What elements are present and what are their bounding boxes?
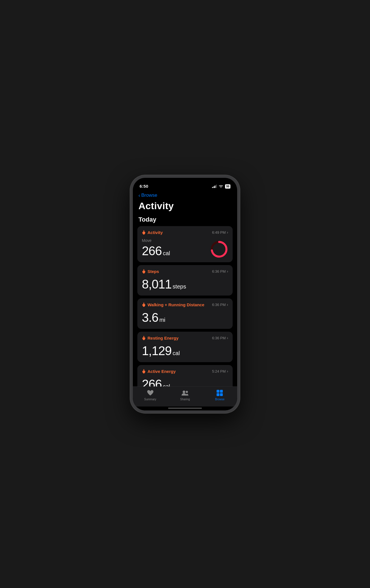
activity-title-row: Activity (142, 230, 163, 235)
walking-running-card[interactable]: Walking + Running Distance 6:36 PM › 3.6… (137, 298, 233, 329)
home-indicator (168, 408, 202, 409)
battery-icon: 99 (225, 184, 230, 189)
phone-screen: 6:50 99 (133, 178, 237, 410)
walking-running-timestamp: 6:36 PM (212, 303, 226, 307)
section-header: Today (133, 216, 237, 226)
resting-energy-header: Resting Energy 6:36 PM › (142, 336, 228, 340)
activity-sublabel: Move (142, 238, 170, 243)
active-energy-card-title: Active Energy (147, 369, 176, 374)
grid-icon (216, 389, 224, 397)
svg-rect-4 (217, 390, 219, 393)
active-energy-card-meta: 5:24 PM › (212, 369, 228, 373)
battery-level: 99 (226, 185, 229, 188)
active-energy-header: Active Energy 5:24 PM › (142, 369, 228, 374)
svg-rect-6 (217, 393, 219, 396)
flame-icon-walking (142, 302, 146, 307)
tab-sharing-label: Sharing (180, 398, 190, 401)
steps-chevron-icon: › (227, 269, 228, 274)
tab-sharing[interactable]: Sharing (174, 389, 196, 401)
steps-card[interactable]: Steps 6:36 PM › 8,011 steps (137, 265, 233, 296)
walking-running-value: 3.6 mi (142, 311, 228, 325)
steps-value-unit: steps (173, 283, 186, 290)
activity-value: 266 cal (142, 244, 170, 258)
signal-bar-1 (212, 187, 213, 188)
resting-energy-card-title: Resting Energy (147, 336, 179, 340)
active-energy-value-number: 266 (142, 377, 162, 386)
cards-list: Activity 6:49 PM › Move 266 cal (133, 226, 237, 386)
ring-svg (210, 240, 228, 258)
tab-browse[interactable]: Browse (208, 389, 231, 401)
wifi-icon (219, 185, 223, 188)
signal-bar-4 (216, 185, 217, 188)
resting-energy-value-number: 1,129 (142, 344, 171, 358)
activity-card-title: Activity (147, 230, 163, 235)
resting-energy-value-unit: cal (173, 350, 180, 357)
flame-icon-active (142, 369, 146, 374)
steps-card-meta: 6:36 PM › (212, 269, 228, 274)
tab-browse-label: Browse (215, 398, 224, 401)
svg-rect-5 (220, 390, 223, 393)
walking-running-card-meta: 6:36 PM › (212, 302, 228, 307)
page-title-container: Activity (133, 199, 237, 216)
walking-running-title-row: Walking + Running Distance (142, 302, 204, 307)
person-2-icon (181, 389, 189, 397)
tab-summary[interactable]: Summary (139, 389, 162, 401)
svg-point-2 (183, 390, 185, 393)
activity-card-meta: 6:49 PM › (212, 230, 228, 235)
steps-value: 8,011 steps (142, 277, 228, 292)
resting-energy-timestamp: 6:36 PM (212, 336, 226, 340)
active-energy-chevron-icon: › (227, 369, 228, 373)
active-energy-title-row: Active Energy (142, 369, 176, 374)
tab-summary-label: Summary (144, 398, 156, 401)
steps-card-header: Steps 6:36 PM › (142, 269, 228, 274)
walking-running-header: Walking + Running Distance 6:36 PM › (142, 302, 228, 307)
phone-device: 6:50 99 (130, 175, 240, 413)
active-energy-value: 266 cal (142, 377, 228, 386)
back-nav[interactable]: ‹ Browse (133, 190, 237, 199)
heart-icon (146, 389, 154, 397)
screen-content[interactable]: ‹ Browse Activity Today (133, 190, 237, 386)
steps-card-title: Steps (147, 269, 159, 274)
activity-timestamp: 6:49 PM (212, 230, 226, 235)
walking-running-card-title: Walking + Running Distance (147, 302, 204, 307)
flame-icon-resting (142, 336, 146, 340)
signal-icon (212, 185, 217, 188)
activity-value-unit: cal (163, 250, 170, 257)
status-icons: 99 (212, 184, 230, 189)
activity-value-number: 266 (142, 244, 162, 258)
activity-value-row: Move 266 cal (142, 238, 228, 258)
activity-chevron-icon: › (227, 230, 228, 235)
steps-title-row: Steps (142, 269, 159, 274)
status-time: 6:50 (140, 184, 148, 189)
walking-running-chevron-icon: › (227, 302, 228, 307)
signal-bar-3 (215, 185, 215, 188)
back-chevron-icon: ‹ (138, 193, 140, 198)
walking-running-value-unit: mi (159, 317, 165, 323)
svg-rect-7 (220, 393, 223, 396)
svg-point-3 (186, 391, 188, 393)
resting-energy-card-meta: 6:36 PM › (212, 336, 228, 340)
page-title: Activity (138, 200, 174, 211)
walking-running-value-number: 3.6 (142, 311, 158, 325)
active-energy-value-unit: cal (163, 383, 170, 386)
signal-bar-2 (213, 186, 214, 188)
resting-energy-chevron-icon: › (227, 336, 228, 340)
resting-energy-title-row: Resting Energy (142, 336, 179, 340)
resting-energy-card[interactable]: Resting Energy 6:36 PM › 1,129 cal (137, 332, 233, 362)
resting-energy-value: 1,129 cal (142, 344, 228, 358)
tab-bar: Summary Sharing (133, 386, 237, 406)
activity-card[interactable]: Activity 6:49 PM › Move 266 cal (137, 226, 233, 262)
back-nav-label[interactable]: Browse (141, 193, 157, 198)
notch (164, 178, 206, 186)
active-energy-card[interactable]: Active Energy 5:24 PM › 266 cal (137, 365, 233, 386)
steps-timestamp: 6:36 PM (212, 269, 226, 274)
flame-icon-steps (142, 269, 146, 274)
active-energy-timestamp: 5:24 PM (212, 369, 226, 373)
activity-ring (210, 240, 228, 258)
activity-card-header: Activity 6:49 PM › (142, 230, 228, 235)
flame-icon (142, 230, 146, 235)
steps-value-number: 8,011 (142, 277, 171, 291)
